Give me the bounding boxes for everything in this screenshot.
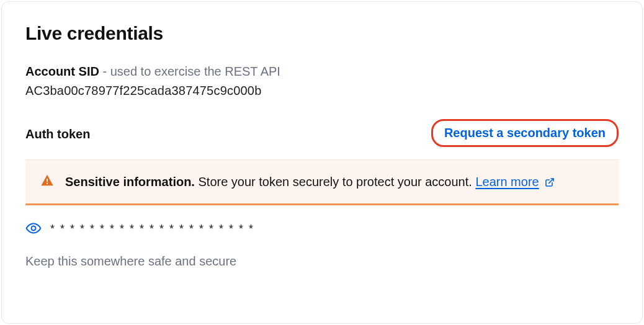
account-sid-label: Account SID (25, 65, 99, 78)
alert-body-text: Store your token securely to protect you… (195, 175, 475, 189)
alert-text: Sensitive information. Store your token … (65, 172, 555, 192)
auth-token-footer-note: Keep this somewhere safe and secure (25, 254, 619, 269)
live-credentials-card: Live credentials Account SID - used to e… (1, 1, 643, 324)
svg-point-3 (32, 226, 36, 231)
svg-rect-0 (47, 179, 48, 182)
page-title: Live credentials (25, 23, 619, 44)
account-sid-row: Account SID - used to exercise the REST … (25, 63, 619, 80)
reveal-token-button[interactable] (25, 220, 42, 238)
external-link-icon (545, 174, 555, 192)
auth-token-masked-value: * * * * * * * * * * * * * * * * * * * * … (50, 223, 254, 236)
auth-token-header: Auth token Request a secondary token (25, 120, 619, 148)
learn-more-link[interactable]: Learn more (475, 175, 539, 189)
request-secondary-token-link[interactable]: Request a secondary token (431, 119, 619, 147)
svg-line-2 (549, 179, 553, 183)
auth-token-label: Auth token (25, 127, 90, 141)
eye-icon (25, 220, 42, 238)
svg-point-1 (47, 183, 48, 184)
auth-token-value-row: * * * * * * * * * * * * * * * * * * * * … (25, 220, 619, 238)
account-sid-description: used to exercise the REST API (110, 65, 280, 78)
account-sid-value: AC3ba00c78977f225cada387475c9c000b (25, 84, 619, 98)
account-sid-separator: - (99, 65, 110, 78)
alert-strong-text: Sensitive information. (65, 175, 195, 189)
warning-icon (40, 174, 54, 190)
sensitive-info-alert: Sensitive information. Store your token … (25, 159, 619, 205)
